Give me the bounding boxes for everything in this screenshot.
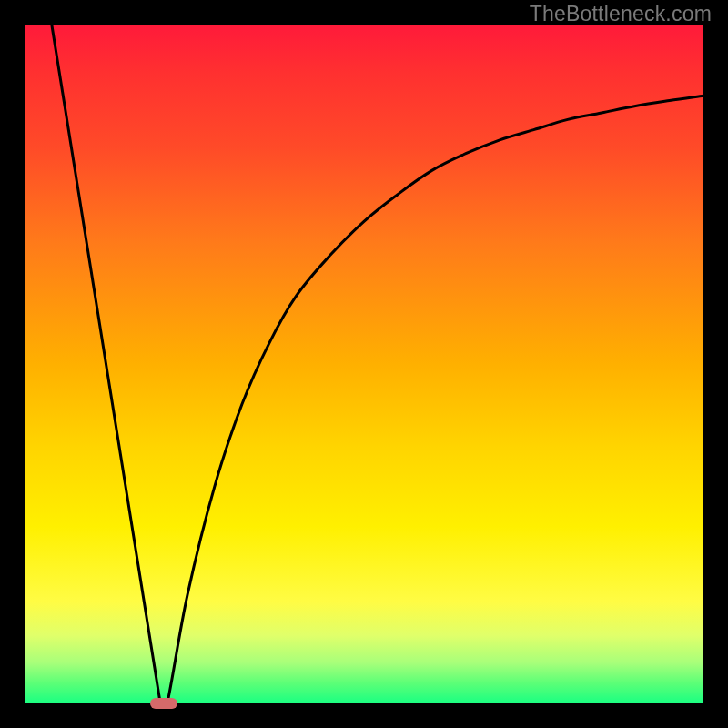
min-marker	[150, 698, 177, 709]
watermark-text: TheBottleneck.com	[530, 2, 712, 26]
curve-svg	[25, 25, 703, 703]
chart-frame: TheBottleneck.com	[0, 0, 728, 728]
plot-area	[25, 25, 703, 703]
bottleneck-curve	[52, 25, 703, 703]
